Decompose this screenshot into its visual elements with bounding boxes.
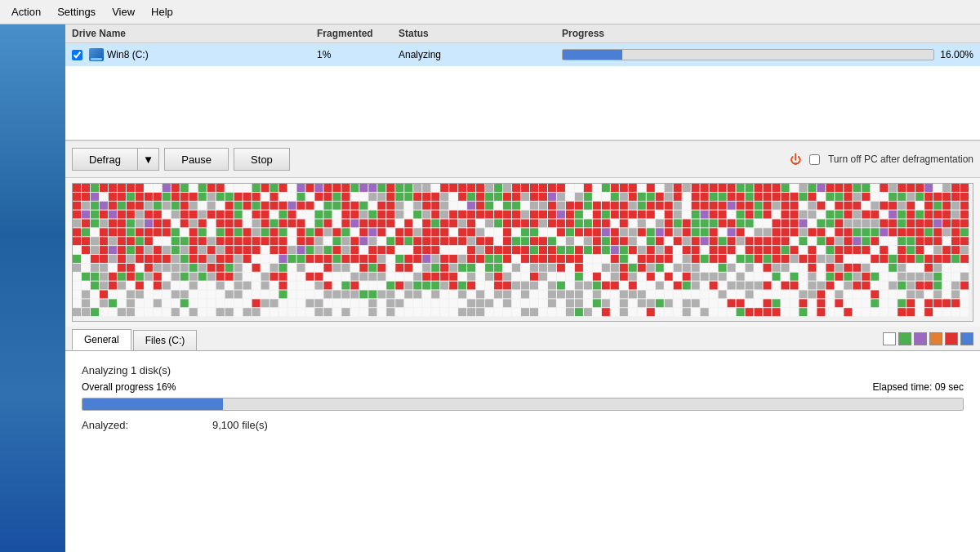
legend-green <box>898 332 911 345</box>
info-progress-bar-fill <box>82 398 223 410</box>
drive-fragmented: 1% <box>317 49 399 60</box>
legend-purple <box>914 332 927 345</box>
overall-progress-label: Overall progress 16% <box>82 381 176 393</box>
info-panel: Analyzing 1 disk(s) Overall progress 16%… <box>65 351 980 552</box>
legend-blue <box>960 332 973 345</box>
analyzing-label: Analyzing 1 disk(s) <box>82 364 964 376</box>
tabs-legend-row: General Files (C:) <box>65 327 980 351</box>
defrag-dropdown-arrow[interactable]: ▼ <box>137 148 159 171</box>
drive-name: Win8 (C:) <box>107 49 149 60</box>
sidebar <box>0 24 65 552</box>
main-area: Drive Name Fragmented Status Progress Wi… <box>0 24 980 552</box>
col-status: Status <box>399 28 562 39</box>
turn-off-label: Turn off PC after defragmentation <box>828 154 973 165</box>
content-area: Drive Name Fragmented Status Progress Wi… <box>65 24 980 552</box>
drive-empty-area <box>65 66 980 140</box>
legend-orange <box>929 332 942 345</box>
col-fragmented: Fragmented <box>317 28 399 39</box>
disk-map-canvas <box>73 184 973 321</box>
tab-files[interactable]: Files (C:) <box>133 330 198 350</box>
col-drive-name: Drive Name <box>72 28 317 39</box>
bottom-section: General Files (C:) Analyzing 1 disk(s) O… <box>65 327 980 552</box>
drive-status: Analyzing <box>399 49 562 60</box>
info-progress-bar-container <box>82 398 964 411</box>
drive-checkbox[interactable] <box>72 50 82 60</box>
info-analyzed-row: Analyzed: 9,100 file(s) <box>82 419 964 431</box>
power-icon: ⏻ <box>790 153 801 166</box>
menu-settings[interactable]: Settings <box>49 2 104 21</box>
pause-button[interactable]: Pause <box>164 148 229 171</box>
menu-help[interactable]: Help <box>143 2 181 21</box>
elapsed-label: Elapsed time: 09 sec <box>873 381 964 393</box>
progress-cell: 16.00% <box>562 49 973 60</box>
table-row[interactable]: Win8 (C:) 1% Analyzing 16.00% <box>65 43 980 66</box>
analyzed-label: Analyzed: <box>82 419 212 431</box>
col-progress: Progress <box>562 28 973 39</box>
turn-off-checkbox[interactable] <box>809 154 820 165</box>
drive-table: Drive Name Fragmented Status Progress Wi… <box>65 24 980 140</box>
legend-items <box>883 329 973 349</box>
stop-button[interactable]: Stop <box>234 148 290 171</box>
defrag-dropdown: Defrag ▼ <box>72 148 159 171</box>
tab-general[interactable]: General <box>72 329 131 350</box>
drive-icon <box>89 48 104 61</box>
disk-map <box>72 183 973 322</box>
table-header: Drive Name Fragmented Status Progress <box>65 24 980 43</box>
progress-bar-fill <box>563 50 622 60</box>
menubar: Action Settings View Help <box>0 0 980 24</box>
analyzed-value: 9,100 file(s) <box>212 419 268 431</box>
info-progress-row: Overall progress 16% Elapsed time: 09 se… <box>82 381 964 393</box>
controls-bar: Defrag ▼ Pause Stop ⏻ Turn off PC after … <box>65 140 980 178</box>
legend-white <box>883 332 896 345</box>
drive-name-cell: Win8 (C:) <box>72 48 317 61</box>
defrag-button[interactable]: Defrag <box>72 148 137 171</box>
menu-action[interactable]: Action <box>3 2 49 21</box>
menu-view[interactable]: View <box>104 2 143 21</box>
progress-percent: 16.00% <box>939 49 973 60</box>
legend-red <box>945 332 958 345</box>
progress-bar-container <box>562 49 934 60</box>
